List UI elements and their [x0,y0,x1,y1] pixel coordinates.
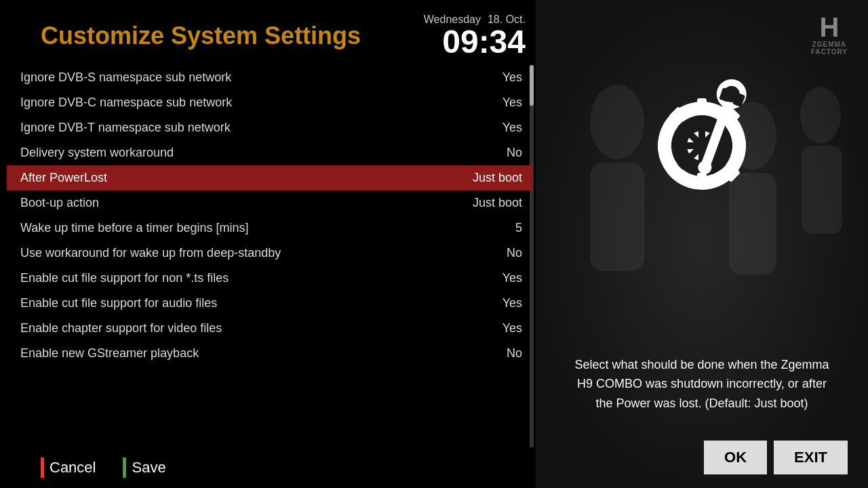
description-text: Select what should be done when the Zgem… [556,355,848,413]
item-label: Enable cut file support for non *.ts fil… [20,271,502,285]
datetime: Wednesday 18. Oct. 09:34 [424,14,526,58]
settings-item[interactable]: Enable cut file support for audio filesY… [7,291,532,316]
svg-rect-14 [697,98,707,112]
item-label: Delivery system workaround [20,146,507,160]
left-panel: Customize System Settings Wednesday 18. … [0,0,539,488]
footer: Cancel Save [0,447,539,488]
item-value: Just boot [473,171,522,185]
save-button[interactable]: Save [123,458,165,478]
settings-item[interactable]: Ignore DVB-S namespace sub networkYes [7,65,532,90]
item-value: Yes [502,296,522,310]
settings-item[interactable]: Ignore DVB-T namespace sub networkYes [7,115,532,140]
cancel-button[interactable]: Cancel [41,458,96,478]
cancel-bar [41,458,44,478]
header: Customize System Settings Wednesday 18. … [0,0,539,65]
svg-rect-17 [732,141,746,150]
settings-item[interactable]: Boot-up actionJust boot [7,190,532,216]
item-value: No [507,346,522,361]
item-label: Use workaround for wake up from deep-sta… [20,246,507,260]
item-label: Enable cut file support for audio files [20,296,502,310]
settings-item[interactable]: Use workaround for wake up from deep-sta… [7,241,532,266]
item-label: Ignore DVB-T namespace sub network [20,121,502,135]
svg-rect-15 [697,173,707,186]
tool-icon [631,61,773,199]
svg-rect-16 [658,141,671,150]
settings-item[interactable]: Wake up time before a timer begins [mins… [7,216,532,241]
item-value: No [507,146,522,160]
item-label: Enable chapter support for video files [20,321,502,336]
time-value: 09:34 [442,26,526,58]
item-value: Yes [502,321,522,336]
settings-item[interactable]: Enable cut file support for non *.ts fil… [7,266,532,291]
action-buttons: OK EXIT [704,441,848,474]
item-value: Yes [502,70,522,85]
settings-item[interactable]: Enable new GStreamer playbackNo [7,341,532,366]
item-value: Yes [502,96,522,110]
exit-button[interactable]: EXIT [774,441,848,474]
save-label: Save [132,459,165,476]
ok-button[interactable]: OK [704,441,767,474]
item-label: Enable new GStreamer playback [20,346,507,361]
settings-item[interactable]: Enable chapter support for video filesYe… [7,316,532,341]
settings-list: Ignore DVB-S namespace sub networkYesIgn… [0,65,539,447]
page-title: Customize System Settings [41,22,361,50]
logo-area: H ZGEMMAFACTORY [811,14,848,56]
item-label: Ignore DVB-S namespace sub network [20,70,502,85]
settings-icon-svg [631,61,773,197]
settings-item[interactable]: After PowerLostJust boot [7,165,532,190]
save-bar [123,458,126,478]
settings-item[interactable]: Ignore DVB-C namespace sub networkYes [7,90,532,115]
logo-subtitle: ZGEMMAFACTORY [811,41,848,56]
item-value: Yes [502,271,522,285]
item-label: After PowerLost [20,171,473,185]
cancel-label: Cancel [50,459,96,476]
item-value: Just boot [473,196,522,210]
item-label: Ignore DVB-C namespace sub network [20,96,502,110]
item-label: Wake up time before a timer begins [mins… [20,221,515,235]
logo-h: H [811,14,848,41]
settings-item[interactable]: Delivery system workaroundNo [7,140,532,165]
item-label: Boot-up action [20,196,473,210]
right-panel: H ZGEMMAFACTORY [536,0,868,488]
item-value: 5 [515,221,522,235]
item-value: No [507,246,522,260]
item-value: Yes [502,121,522,135]
description-area: Select what should be done when the Zgem… [536,355,868,427]
